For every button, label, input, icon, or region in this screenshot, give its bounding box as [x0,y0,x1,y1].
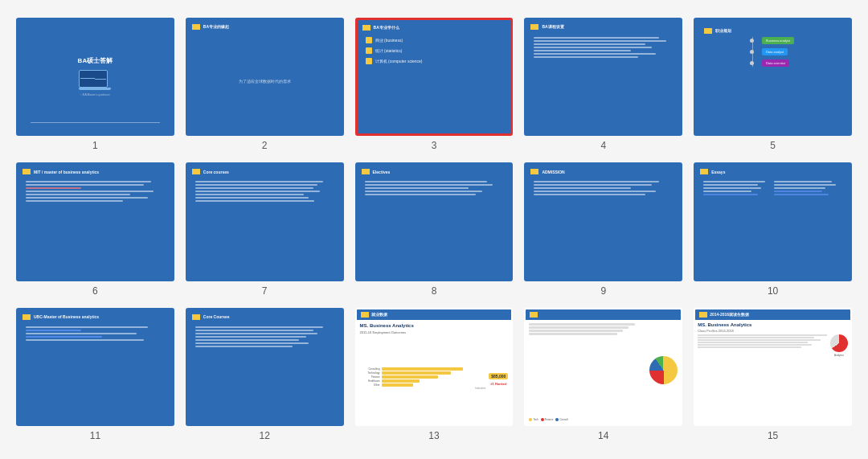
slide15-main-title: MS. Business Analytics [698,322,848,327]
slide-13[interactable]: 就业数据 MS. Business Analytics 2015-16 Empl… [355,308,514,427]
slide10-line6 [774,184,835,186]
slide-4[interactable]: BA课程设置 [524,18,682,137]
slide4-line1 [534,37,659,39]
slide9-header: ADMISSION [530,169,676,174]
slide-6[interactable]: MIT / master of business analytics [16,162,174,281]
slide10-col2 [774,179,842,273]
slide-9[interactable]: ADMISSION [524,162,682,281]
slide15-header-icon [699,312,707,318]
slide5-label3: Data scientist [762,59,789,67]
slide1-subtitle: □ BA Master's guidance [80,93,110,96]
slide14-left [529,323,646,417]
slide9-header-title: ADMISSION [542,170,564,174]
slide-10[interactable]: Essays [694,162,852,281]
slide13-bar-label-1: Consulting [360,367,380,371]
slide12-line3 [195,333,317,334]
slide14-row4 [529,333,616,335]
slide3-dot-1 [366,37,372,43]
slide-number-1: 1 [92,140,98,151]
slide-2[interactable]: BA专业的缘起 为了适应全球数据时代的需求 [186,18,344,137]
slide12-line4 [195,336,306,338]
slide13-chart-area: Consulting Technology Finance [360,367,486,390]
slide4-line6 [534,53,656,55]
slide6-line1 [26,181,151,182]
slide-5[interactable]: 职业规划 Business analyst Data analyst [694,18,852,137]
slide10-line2 [703,184,758,186]
slide5-dot1 [750,39,754,43]
slide8-line2 [365,184,493,186]
slide7-line2 [195,184,317,186]
slide-number-2: 2 [262,140,268,151]
slide13-subtitle: 2015-16 Employment Outcomes [360,330,509,334]
slide9-header-icon [530,169,538,174]
slide7-line7 [195,200,315,202]
slide4-line3 [534,43,645,45]
slide10-header-title: Essays [711,170,725,174]
slide10-header-icon [700,169,708,174]
slide5-inner: 职业规划 Business analyst Data analyst [700,24,845,130]
slide4-line5 [534,50,631,51]
slide13-bar-label-4: Healthcare [360,379,380,383]
slide-11[interactable]: UBC-Master of Business analytics [16,308,174,427]
slide13-bar-label-3: Finance [360,375,380,379]
slide8-header-title: Electives [373,170,391,174]
slide-number-11: 11 [90,430,100,441]
slide13-bar-4: Healthcare [360,379,486,383]
slide14-legend-label3: Consult [559,418,567,421]
slide14-legend-3: Consult [555,418,567,421]
slide-wrapper-3: BA专业学什么 商业 (business) 统计 (statistics) 计算… [355,18,514,152]
slide1-title: BA硕士答解 [78,56,113,65]
slide2-header: BA专业的缘起 [192,24,338,30]
slide3-items: 商业 (business) 统计 (statistics) 计算机 (compu… [362,34,506,129]
slide-wrapper-13: 就业数据 MS. Business Analytics 2015-16 Empl… [355,308,514,442]
slide3-header-icon [362,25,371,31]
slide7-line4 [195,191,321,192]
slide14-legend-label1: Tech [533,418,538,421]
slide-wrapper-15: 2014-2016就读生数据 MS. Business Analytics Cl… [694,308,852,442]
slide-wrapper-6: MIT / master of business analytics 6 [16,162,174,297]
slide7-header-icon [192,169,200,174]
slide10-line4 [703,191,751,192]
slide14-pie-chart [649,356,678,384]
slide-1[interactable]: BA硕士答解 □ BA Master's guidance [16,18,174,137]
slide5-roadmap: Business analyst Data analyst Data scien… [704,37,841,67]
slide12-line5 [195,339,300,341]
slide9-line5 [534,194,645,195]
slide-number-3: 3 [432,140,437,151]
slide4-line7 [534,56,638,58]
slide9-line2 [534,184,652,186]
slide13-bar-chart: Consulting Technology Finance [360,367,486,387]
slide14-header-icon [530,312,538,318]
slide-wrapper-2: BA专业的缘起 为了适应全球数据时代的需求 2 [186,18,344,152]
slide9-line4 [534,191,656,192]
slide6-highlight-line [26,187,81,189]
slide-7[interactable]: Core courses [186,162,344,281]
slide-14[interactable]: Tech Finance Consult [524,308,682,427]
slide8-header-icon [362,169,370,174]
slide14-legend-2: Finance [541,418,554,421]
slide-number-9: 9 [600,285,606,297]
slide-number-4: 4 [600,140,606,151]
slide-12[interactable]: Core Courses [186,308,344,427]
slide8-line1 [365,181,487,182]
slide10-link-line [703,194,758,195]
slide13-bar-fill-3 [382,375,439,379]
slide-15[interactable]: 2014-2016就读生数据 MS. Business Analytics Cl… [694,308,852,427]
slide10-content2 [774,179,842,197]
slide4-header-icon [530,24,538,30]
slide2-header-title: BA专业的缘起 [203,24,229,29]
slide-number-8: 8 [432,285,437,297]
slide1-bottom-line [31,122,160,123]
slide11-header-title: UBC-Master of Business analytics [34,314,99,319]
slide15-table [698,334,827,349]
slide-8[interactable]: Electives [355,162,514,281]
slide14-body: Tech Finance Consult [526,320,681,425]
slide12-content [195,325,334,349]
slide4-content [534,35,673,59]
slide-wrapper-5: 职业规划 Business analyst Data analyst [694,18,852,152]
slide5-label1: Business analyst [762,37,794,44]
slide7-content [195,179,334,203]
slide-3[interactable]: BA专业学什么 商业 (business) 统计 (statistics) 计算… [355,18,514,137]
slide3-label-3: 计算机 (computer science) [375,59,423,64]
slide5-header: 职业规划 [704,28,841,34]
